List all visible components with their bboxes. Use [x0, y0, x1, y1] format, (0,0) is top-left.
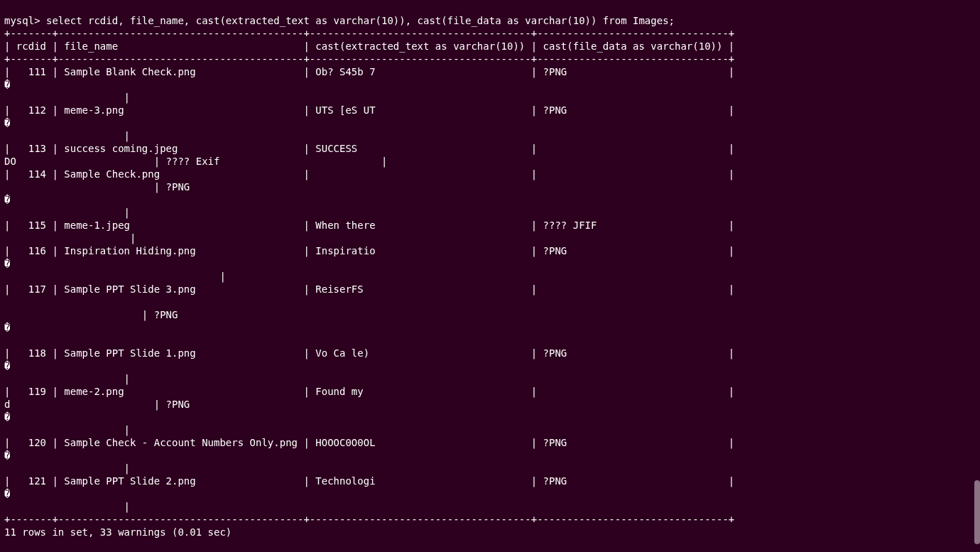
- terminal-output: mysql> select rcdid, file_name, cast(ext…: [4, 14, 976, 539]
- terminal-window[interactable]: mysql> select rcdid, file_name, cast(ext…: [0, 0, 980, 552]
